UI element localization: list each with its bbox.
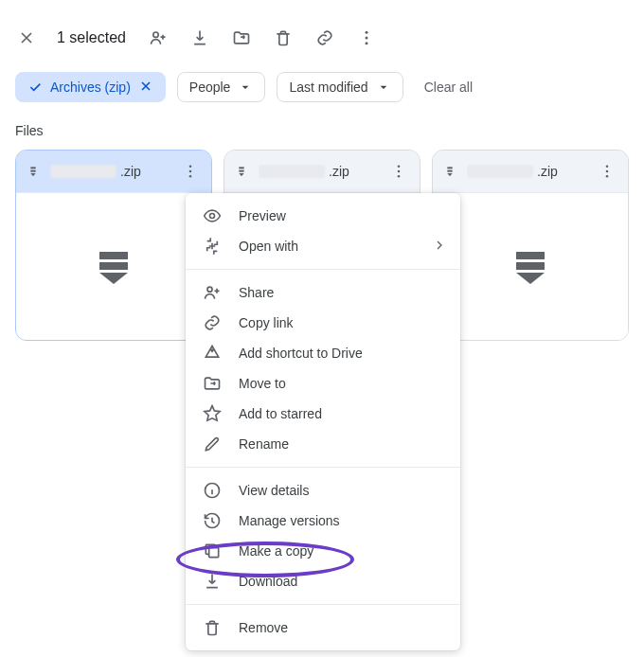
menu-label: Open with [239,239,298,254]
chip-people[interactable]: People [177,72,266,102]
svg-point-6 [189,165,192,168]
trash-icon[interactable] [272,27,295,49]
svg-point-20 [207,287,212,292]
chip-remove-icon[interactable] [138,79,153,97]
svg-rect-4 [30,167,35,169]
file-more-icon[interactable] [387,160,410,183]
copy-icon [203,542,222,560]
chip-lastmod-label: Last modified [289,80,367,95]
menu-label: Rename [239,436,289,452]
chip-archives-label: Archives (zip) [50,80,131,95]
svg-point-18 [606,175,609,178]
menu-label: Download [239,574,297,589]
chip-last-modified[interactable]: Last modified [277,72,402,102]
menu-share[interactable]: Share [186,277,460,308]
menu-add-shortcut[interactable]: Add shortcut to Drive [186,338,460,368]
chevron-down-icon [238,80,253,95]
menu-label: Make a copy [239,543,313,559]
svg-rect-15 [447,170,452,172]
file-name: .zip [467,164,586,179]
file-card-header: .zip [433,151,628,192]
chip-archives[interactable]: Archives (zip) [15,72,166,102]
menu-preview[interactable]: Preview [186,201,460,231]
menu-separator [186,604,460,605]
menu-label: Preview [239,208,286,223]
svg-rect-9 [239,167,243,169]
file-card-header: .zip [16,151,211,192]
menu-view-details[interactable]: View details [186,475,460,506]
clear-all-button[interactable]: Clear all [424,80,473,95]
menu-make-copy[interactable]: Make a copy [186,536,460,566]
zip-icon [99,249,128,284]
file-card-header: .zip [224,151,420,192]
menu-label: Copy link [239,315,294,330]
svg-point-0 [153,32,158,37]
svg-point-3 [365,42,367,44]
selection-count: 1 selected [57,29,126,46]
star-icon [203,404,222,423]
close-selection-icon[interactable] [15,27,38,49]
drive-shortcut-icon [203,344,222,363]
files-section-label: Files [15,123,629,138]
menu-label: Remove [239,620,288,635]
svg-point-8 [189,175,192,178]
svg-rect-5 [30,170,35,172]
zip-mini-icon [26,164,41,179]
menu-move-to[interactable]: Move to [186,368,460,399]
svg-point-2 [365,37,367,40]
filter-bar: Archives (zip) People Last modified Clea… [15,72,629,102]
download-icon[interactable] [188,27,211,49]
menu-label: Share [239,285,274,300]
download-icon [203,572,222,591]
link-icon[interactable] [313,27,336,49]
svg-point-19 [210,214,215,219]
selection-toolbar: 1 selected [15,19,629,57]
rename-icon [203,435,222,453]
menu-remove[interactable]: Remove [186,613,460,643]
menu-separator [186,467,460,468]
menu-label: Add to starred [239,406,322,421]
menu-copy-link[interactable]: Copy link [186,308,460,338]
history-icon [203,511,222,530]
svg-rect-10 [239,170,243,172]
zip-mini-icon [442,164,457,179]
svg-point-12 [398,170,401,173]
menu-open-with[interactable]: Open with [186,231,460,261]
chip-people-label: People [189,80,231,95]
file-card[interactable]: .zip [432,150,629,341]
menu-label: Move to [239,376,286,391]
file-thumbnail [433,192,628,340]
move-folder-icon[interactable] [230,27,253,49]
svg-rect-14 [447,167,452,169]
more-icon[interactable] [355,27,378,49]
zip-icon [516,249,545,284]
svg-point-17 [606,170,609,173]
chevron-right-icon [432,238,447,256]
svg-point-16 [606,165,609,168]
svg-point-11 [398,165,401,168]
svg-point-7 [189,170,192,173]
menu-label: Manage versions [239,513,340,528]
link-icon [203,313,222,332]
share-person-icon[interactable] [147,27,170,49]
menu-manage-versions[interactable]: Manage versions [186,506,460,536]
file-thumbnail [16,192,211,340]
menu-separator [186,269,460,270]
open-with-icon [203,237,222,256]
file-name: .zip [50,164,170,179]
menu-add-starred[interactable]: Add to starred [186,399,460,429]
file-more-icon[interactable] [596,160,618,183]
menu-download[interactable]: Download [186,566,460,596]
file-name: .zip [259,164,378,179]
chevron-down-icon [376,80,391,95]
svg-point-13 [398,175,401,178]
context-menu: Preview Open with Share Copy link Add sh… [186,193,460,650]
menu-label: Add shortcut to Drive [239,346,363,361]
eye-icon [203,206,222,225]
file-card[interactable]: .zip [15,150,212,341]
menu-rename[interactable]: Rename [186,429,460,459]
trash-icon [203,618,222,637]
move-to-icon [203,374,222,393]
file-more-icon[interactable] [179,160,202,183]
menu-label: View details [239,483,309,498]
